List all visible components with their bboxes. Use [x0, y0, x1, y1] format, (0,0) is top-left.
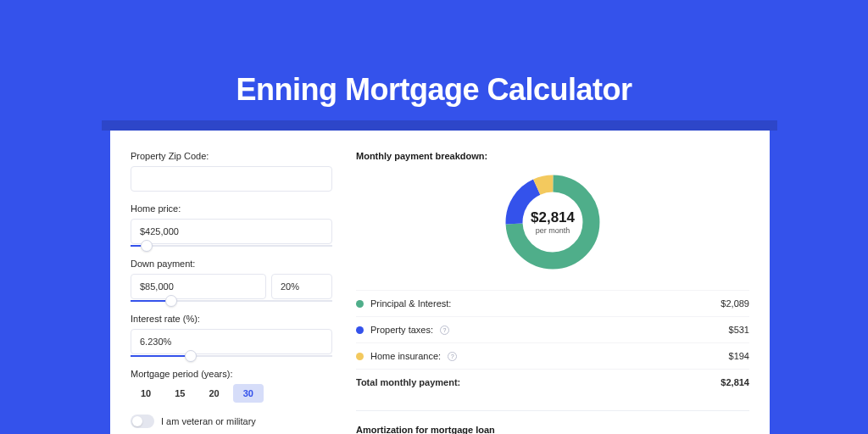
zip-group: Property Zip Code:	[131, 151, 332, 192]
interest-rate-input[interactable]	[131, 329, 332, 354]
amortization-section: Amortization for mortgage loan Amortizat…	[356, 410, 749, 434]
home-price-input[interactable]	[131, 219, 332, 244]
calculator-panel: Property Zip Code: Home price: Down paym…	[110, 131, 770, 434]
zip-label: Property Zip Code:	[131, 151, 332, 161]
legend-label: Home insurance:	[370, 351, 441, 361]
dot-icon	[356, 326, 364, 334]
legend-row-insurance: Home insurance: ? $194	[356, 342, 749, 369]
interest-rate-slider[interactable]	[131, 355, 332, 357]
down-payment-group: Down payment:	[131, 259, 332, 302]
slider-thumb[interactable]	[141, 240, 153, 252]
total-label: Total monthly payment:	[356, 377, 460, 387]
legend-row-principal: Principal & Interest: $2,089	[356, 290, 749, 316]
home-price-label: Home price:	[131, 203, 332, 214]
slider-thumb[interactable]	[185, 350, 197, 362]
veteran-row: I am veteran or military	[131, 415, 332, 428]
zip-input[interactable]	[131, 166, 332, 192]
home-price-slider[interactable]	[131, 245, 332, 247]
legend-row-taxes: Property taxes: ? $531	[356, 316, 749, 342]
page-background: Enning Mortgage Calculator Property Zip …	[0, 0, 868, 434]
breakdown-column: Monthly payment breakdown: $2,814 per mo…	[356, 151, 749, 434]
page-title: Enning Mortgage Calculator	[0, 72, 868, 108]
down-payment-pct-input[interactable]	[271, 274, 332, 299]
period-30[interactable]: 30	[233, 384, 264, 403]
dot-icon	[356, 300, 364, 308]
period-label: Mortgage period (years):	[131, 369, 332, 379]
legend-value: $531	[729, 325, 749, 335]
total-value: $2,814	[721, 377, 749, 387]
period-options: 10 15 20 30	[131, 384, 332, 403]
panel-shadow	[102, 120, 777, 131]
veteran-label: I am veteran or military	[161, 416, 256, 426]
donut-amount: $2,814	[531, 209, 575, 226]
donut-center: $2,814 per month	[531, 209, 575, 235]
period-15[interactable]: 15	[164, 384, 195, 403]
period-20[interactable]: 20	[199, 384, 230, 403]
slider-thumb[interactable]	[165, 295, 177, 307]
donut-sub: per month	[531, 226, 575, 235]
legend-value: $2,089	[721, 298, 749, 309]
donut-chart-wrap: $2,814 per month	[356, 171, 749, 273]
home-price-group: Home price:	[131, 203, 332, 247]
legend-row-total: Total monthly payment: $2,814	[356, 369, 749, 395]
veteran-toggle[interactable]	[131, 415, 154, 428]
legend-label: Property taxes:	[370, 325, 433, 335]
legend-value: $194	[729, 351, 749, 361]
slider-fill	[131, 355, 191, 357]
down-payment-input[interactable]	[131, 274, 266, 299]
info-icon[interactable]: ?	[440, 326, 449, 335]
period-group: Mortgage period (years): 10 15 20 30	[131, 369, 332, 403]
down-payment-label: Down payment:	[131, 259, 332, 269]
interest-rate-group: Interest rate (%):	[131, 314, 332, 357]
dot-icon	[356, 353, 364, 360]
amortization-heading: Amortization for mortgage loan	[356, 425, 749, 434]
down-payment-slider[interactable]	[131, 300, 332, 302]
period-10[interactable]: 10	[131, 384, 161, 403]
info-icon[interactable]: ?	[448, 352, 457, 361]
interest-rate-label: Interest rate (%):	[131, 314, 332, 324]
legend-label: Principal & Interest:	[370, 298, 451, 309]
form-column: Property Zip Code: Home price: Down paym…	[131, 151, 332, 434]
breakdown-title: Monthly payment breakdown:	[356, 151, 749, 161]
